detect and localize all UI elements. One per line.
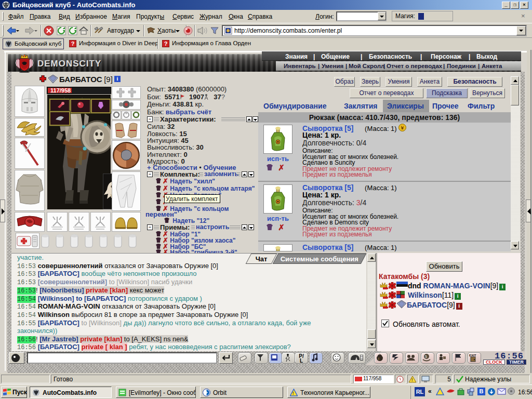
svg-text:EXIT: EXIT — [469, 354, 476, 357]
svg-text:5: 5 — [425, 355, 427, 358]
svg-text:i: i — [378, 356, 379, 361]
svg-text:!: ! — [292, 391, 294, 396]
svg-text:!: ! — [411, 377, 413, 382]
